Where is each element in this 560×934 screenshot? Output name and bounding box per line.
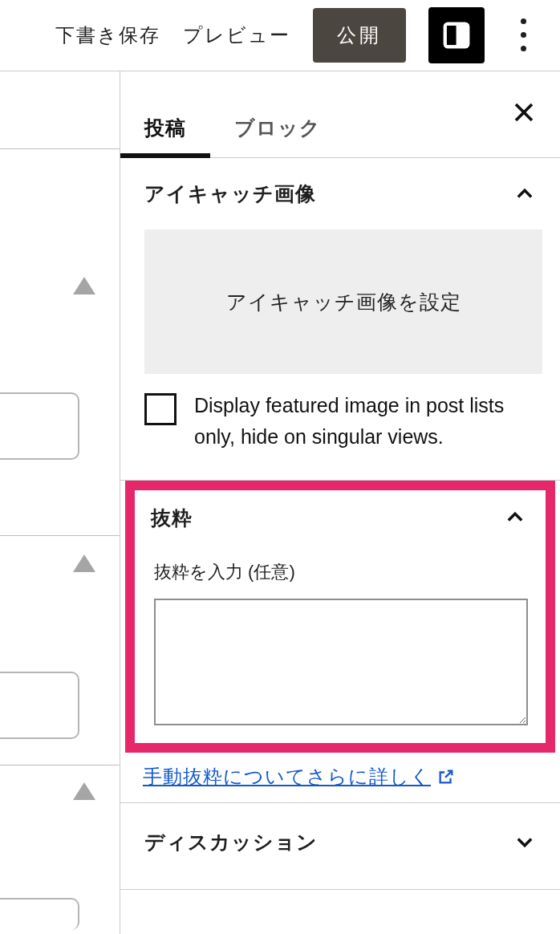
panel-excerpt-title: 抜粋 [151, 505, 193, 531]
dot-icon [521, 18, 526, 24]
divider [0, 535, 120, 536]
more-options-button[interactable] [507, 11, 539, 59]
featured-image-set-button[interactable]: アイキャッチ画像を設定 [144, 229, 542, 374]
chevron-down-icon [513, 830, 536, 853]
block-outline[interactable] [0, 898, 79, 930]
featured-image-hide-singular-checkbox[interactable] [144, 393, 177, 425]
tab-post[interactable]: 投稿 [120, 71, 210, 157]
settings-sidebar-toggle[interactable] [428, 7, 485, 63]
divider [0, 765, 120, 765]
dot-icon [521, 32, 526, 38]
excerpt-help-link[interactable]: 手動抜粋についてさらに詳しく [143, 764, 455, 790]
close-icon [512, 100, 536, 124]
panel-discussion-header[interactable]: ディスカッション [120, 803, 560, 878]
panel-featured-image-header[interactable]: アイキャッチ画像 [120, 158, 560, 225]
panel-featured-image-title: アイキャッチ画像 [144, 181, 316, 207]
editor-canvas-peek [0, 71, 120, 934]
collapse-up-icon[interactable] [73, 782, 95, 800]
panel-excerpt-header[interactable]: 抜粋 [135, 490, 546, 542]
chevron-up-icon [513, 183, 536, 205]
sidebar-tabs: 投稿 ブロック [120, 71, 560, 158]
panel-discussion: ディスカッション [120, 803, 560, 890]
collapse-up-icon[interactable] [73, 277, 95, 294]
divider [0, 148, 120, 149]
featured-image-option-row: Display featured image in post lists onl… [120, 390, 560, 469]
settings-sidebar: 投稿 ブロック アイキャッチ画像 アイキャッチ画像を設定 Display fea… [120, 71, 560, 934]
editor-body: 投稿 ブロック アイキャッチ画像 アイキャッチ画像を設定 Display fea… [0, 71, 560, 934]
excerpt-textarea[interactable] [154, 599, 528, 725]
excerpt-help-row: 手動抜粋についてさらに詳しく [120, 753, 560, 798]
featured-image-hide-singular-label: Display featured image in post lists onl… [194, 390, 542, 453]
preview-button[interactable]: プレビュー [183, 22, 290, 48]
dot-icon [521, 46, 526, 51]
tab-block[interactable]: ブロック [210, 71, 345, 157]
excerpt-help-link-text: 手動抜粋についてさらに詳しく [143, 764, 431, 790]
panel-featured-image: アイキャッチ画像 アイキャッチ画像を設定 Display featured im… [120, 158, 560, 481]
excerpt-field-label: 抜粋を入力 (任意) [135, 542, 546, 591]
panel-discussion-title: ディスカッション [144, 829, 318, 855]
block-outline[interactable] [0, 672, 79, 739]
chevron-up-icon [504, 506, 526, 529]
panel-excerpt-highlight: 抜粋 抜粋を入力 (任意) [125, 481, 555, 753]
svg-line-6 [445, 770, 452, 777]
publish-button[interactable]: 公開 [313, 8, 406, 63]
panel-icon [441, 20, 472, 51]
collapse-up-icon[interactable] [73, 554, 95, 572]
save-draft-button[interactable]: 下書き保存 [55, 22, 160, 48]
editor-top-toolbar: 下書き保存 プレビュー 公開 [0, 0, 560, 71]
close-sidebar-button[interactable] [504, 92, 544, 132]
external-link-icon [437, 768, 455, 786]
block-outline[interactable] [0, 392, 79, 460]
